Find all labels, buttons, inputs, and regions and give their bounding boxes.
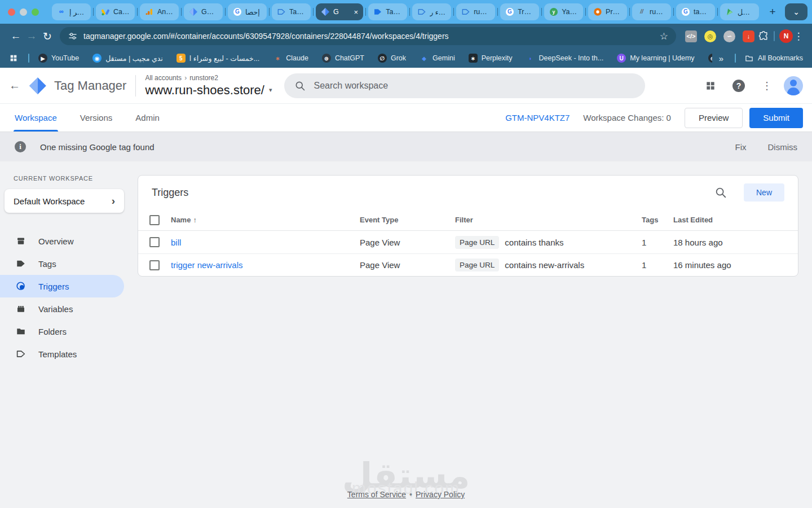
workspace-selector-card[interactable]: Default Workspace › xyxy=(5,189,124,213)
breadcrumb-all-accounts[interactable]: All accounts xyxy=(145,74,182,82)
bookmark-item[interactable]: U My learning | Udemy xyxy=(617,54,694,63)
column-header-tags[interactable]: Tags xyxy=(642,216,673,224)
address-bar[interactable]: tagmanager.google.com/#/container/accoun… xyxy=(60,27,676,45)
container-id-link[interactable]: GTM-NPV4KTZ7 xyxy=(505,113,570,122)
browser-tab[interactable]: أفضل xyxy=(720,3,759,20)
browser-tab[interactable]: Tag A xyxy=(368,3,407,20)
browser-tab[interactable]: Proje xyxy=(588,3,627,20)
fix-button[interactable]: Fix xyxy=(735,142,747,152)
row-checkbox[interactable] xyxy=(149,260,160,270)
nav-tab[interactable]: Admin xyxy=(134,104,161,132)
browser-tabs: مدير إ Camp Analy Goog xyxy=(47,3,759,20)
browser-tab[interactable]: runsh xyxy=(632,3,671,20)
reload-button[interactable]: ↻ xyxy=(39,28,55,44)
bookmark-label: خمسات - لبيع وشراء ا... xyxy=(189,54,259,63)
bookmark-item[interactable]: ∗ Claude xyxy=(273,54,308,63)
help-icon[interactable]: ? xyxy=(727,75,750,97)
filter-variable-chip: Page URL xyxy=(455,236,499,249)
new-tab-button[interactable]: + xyxy=(765,4,780,20)
bookmark-item[interactable]: ▶ YouTube xyxy=(38,54,79,63)
select-all-checkbox[interactable] xyxy=(149,215,160,225)
browser-tab[interactable]: Troub xyxy=(500,3,539,20)
bookmark-item[interactable]: ◉ ندي مجيب | مستقل xyxy=(92,54,163,63)
browser-tab[interactable]: G × xyxy=(316,3,363,20)
bookmark-item[interactable]: ◆ Gemini xyxy=(420,54,455,63)
gtm-logo-icon xyxy=(28,76,47,95)
browser-tab[interactable]: tag m xyxy=(676,3,715,20)
nav-tab[interactable]: Workspace xyxy=(14,104,58,132)
search-icon xyxy=(294,80,306,91)
bookmark-star-icon[interactable]: ☆ xyxy=(660,30,668,42)
browser-tab[interactable]: إحصا xyxy=(228,3,267,20)
notification-message: One missing Google tag found xyxy=(40,142,155,152)
column-header-last-edited[interactable]: Last Edited xyxy=(673,216,798,224)
tab-title: runsh xyxy=(650,8,666,16)
google-apps-grid-icon[interactable] xyxy=(699,75,722,97)
column-header-name[interactable]: Name ↑ xyxy=(171,216,360,224)
column-header-event-type[interactable]: Event Type xyxy=(360,216,455,224)
downloader-extension-icon[interactable]: ↓ xyxy=(743,30,754,42)
site-settings-icon[interactable] xyxy=(68,31,78,41)
browser-tab[interactable]: مدير إ xyxy=(52,3,91,20)
bookmark-item[interactable]: ⊕ Learner Home xyxy=(708,54,712,63)
minimize-window-button[interactable] xyxy=(20,8,27,16)
browser-tab[interactable]: Tag A xyxy=(272,3,311,20)
browser-profile-avatar[interactable]: N xyxy=(779,29,793,43)
workspace-name: Default Workspace xyxy=(14,196,112,206)
more-options-icon[interactable]: ⋮ xyxy=(756,75,778,97)
round-gray-extension-icon[interactable]: ∽ xyxy=(723,30,735,42)
dismiss-button[interactable]: Dismiss xyxy=(768,142,798,152)
extensions-puzzle-icon[interactable] xyxy=(758,30,769,42)
apps-grid-icon[interactable] xyxy=(9,54,18,63)
browser-tab[interactable]: Analy xyxy=(140,3,179,20)
back-button[interactable]: ← xyxy=(8,28,24,44)
close-window-button[interactable] xyxy=(8,8,15,16)
browser-tab[interactable]: Yanfa xyxy=(544,3,583,20)
workspace-search-input[interactable]: Search workspace xyxy=(284,73,645,98)
bookmark-item[interactable]: 5 خمسات - لبيع وشراء ا... xyxy=(176,54,259,63)
sidebar-item[interactable]: Triggers xyxy=(0,275,124,297)
page-footer: Terms of Service•Privacy Policy xyxy=(0,490,812,499)
sidebar-item[interactable]: Tags xyxy=(0,252,124,275)
nav-tab[interactable]: Versions xyxy=(79,104,114,132)
bookmark-item[interactable]: ◗ DeepSeek - Into th... xyxy=(526,54,604,63)
browser-tab[interactable]: runsh xyxy=(456,3,495,20)
container-selector[interactable]: www.run-shoes.store/ ▾ xyxy=(145,83,272,98)
bookmark-label: ChatGPT xyxy=(335,54,364,62)
code-extension-icon[interactable]: </> xyxy=(685,30,697,42)
gtm-back-button[interactable]: ← xyxy=(9,79,25,92)
sidebar-item[interactable]: Folders xyxy=(0,320,124,343)
search-icon[interactable] xyxy=(714,186,727,199)
browser-menu-icon[interactable]: ⋮ xyxy=(793,30,804,42)
tab-search-button[interactable]: ⌄ xyxy=(785,3,807,20)
trigger-name-link[interactable]: trigger new-arrivals xyxy=(171,260,360,270)
preview-button[interactable]: Preview xyxy=(685,108,743,128)
terms-of-service-link[interactable]: Terms of Service xyxy=(347,490,406,499)
sidebar-item[interactable]: Overview xyxy=(0,230,124,252)
submit-button[interactable]: Submit xyxy=(749,108,803,128)
new-trigger-button[interactable]: New xyxy=(744,183,784,202)
zoom-window-button[interactable] xyxy=(32,8,39,16)
bookmark-item[interactable]: ∗ Perplexity xyxy=(469,54,513,63)
row-checkbox[interactable] xyxy=(149,237,160,247)
browser-tab[interactable]: Goog xyxy=(184,3,223,20)
sidebar-item[interactable]: Variables xyxy=(0,297,124,320)
forward-button[interactable]: → xyxy=(24,28,39,44)
all-bookmarks-button[interactable]: All Bookmarks xyxy=(745,54,803,63)
browser-tab[interactable]: Camp xyxy=(96,3,135,20)
close-tab-icon[interactable]: × xyxy=(354,8,359,16)
privacy-policy-link[interactable]: Privacy Policy xyxy=(416,490,465,499)
bookmarks-overflow-chevron[interactable]: » xyxy=(719,54,723,63)
browser-tab[interactable]: حذاء ر xyxy=(412,3,451,20)
sidebar-item-label: Triggers xyxy=(38,282,69,291)
trigger-name-link[interactable]: bill xyxy=(171,238,360,247)
column-header-filter[interactable]: Filter xyxy=(455,216,642,224)
sidebar-item[interactable]: Templates xyxy=(0,343,124,365)
browser-toolbar: ← → ↻ tagmanager.google.com/#/container/… xyxy=(0,24,812,49)
round-yellow-extension-icon[interactable]: ◎ xyxy=(704,30,716,42)
account-avatar[interactable] xyxy=(784,76,803,95)
breadcrumb-account[interactable]: runstore2 xyxy=(189,74,218,82)
bookmark-item[interactable]: ∅ Grok xyxy=(378,54,406,63)
bookmark-item[interactable]: ⊛ ChatGPT xyxy=(322,54,364,63)
tag-assistant-icon xyxy=(373,7,382,16)
